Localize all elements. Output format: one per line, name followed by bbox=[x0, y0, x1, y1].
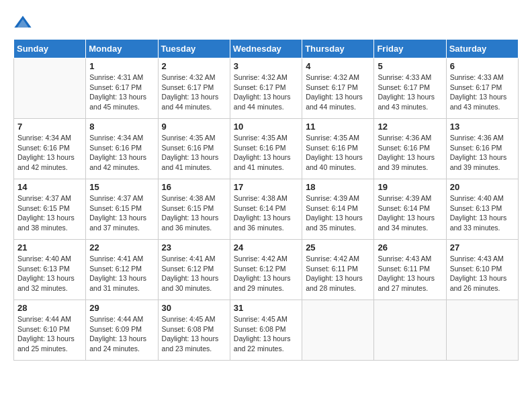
day-number: 6 bbox=[450, 61, 515, 71]
calendar-day-header: Wednesday bbox=[230, 40, 302, 58]
day-info: Sunrise: 4:32 AMSunset: 6:17 PMDaylight:… bbox=[234, 73, 298, 112]
calendar-cell: 2Sunrise: 4:32 AMSunset: 6:17 PMDaylight… bbox=[158, 58, 230, 119]
day-number: 5 bbox=[378, 61, 442, 71]
day-info: Sunrise: 4:43 AMSunset: 6:10 PMDaylight:… bbox=[450, 254, 515, 293]
calendar-cell: 7Sunrise: 4:34 AMSunset: 6:16 PMDaylight… bbox=[14, 119, 86, 179]
day-number: 4 bbox=[306, 61, 370, 71]
day-info: Sunrise: 4:41 AMSunset: 6:12 PMDaylight:… bbox=[89, 254, 154, 293]
day-number: 8 bbox=[89, 122, 154, 132]
day-info: Sunrise: 4:35 AMSunset: 6:16 PMDaylight:… bbox=[306, 133, 370, 173]
day-info: Sunrise: 4:37 AMSunset: 6:15 PMDaylight:… bbox=[89, 193, 154, 233]
day-info: Sunrise: 4:42 AMSunset: 6:11 PMDaylight:… bbox=[306, 254, 370, 293]
day-info: Sunrise: 4:33 AMSunset: 6:17 PMDaylight:… bbox=[378, 73, 442, 112]
calendar-week-row: 28Sunrise: 4:44 AMSunset: 6:10 PMDayligh… bbox=[14, 300, 519, 361]
day-info: Sunrise: 4:42 AMSunset: 6:12 PMDaylight:… bbox=[234, 254, 298, 293]
day-info: Sunrise: 4:36 AMSunset: 6:16 PMDaylight:… bbox=[450, 133, 515, 173]
day-number: 18 bbox=[306, 182, 370, 192]
day-number: 26 bbox=[378, 242, 442, 253]
day-number: 22 bbox=[89, 242, 154, 253]
calendar-cell: 27Sunrise: 4:43 AMSunset: 6:10 PMDayligh… bbox=[446, 240, 518, 300]
day-number: 2 bbox=[162, 61, 226, 71]
calendar-header-row: SundayMondayTuesdayWednesdayThursdayFrid… bbox=[14, 40, 519, 58]
day-number: 15 bbox=[89, 182, 154, 192]
day-number: 7 bbox=[17, 122, 82, 132]
day-info: Sunrise: 4:43 AMSunset: 6:11 PMDaylight:… bbox=[378, 254, 442, 293]
calendar-cell: 10Sunrise: 4:35 AMSunset: 6:16 PMDayligh… bbox=[230, 119, 302, 179]
day-info: Sunrise: 4:45 AMSunset: 6:08 PMDaylight:… bbox=[234, 314, 298, 354]
calendar-day-header: Saturday bbox=[446, 40, 518, 58]
day-info: Sunrise: 4:34 AMSunset: 6:16 PMDaylight:… bbox=[17, 133, 82, 173]
day-number: 9 bbox=[162, 122, 226, 132]
day-info: Sunrise: 4:35 AMSunset: 6:16 PMDaylight:… bbox=[162, 133, 226, 173]
day-info: Sunrise: 4:32 AMSunset: 6:17 PMDaylight:… bbox=[306, 73, 370, 112]
day-number: 29 bbox=[89, 303, 154, 313]
calendar-cell: 16Sunrise: 4:38 AMSunset: 6:15 PMDayligh… bbox=[158, 179, 230, 240]
day-number: 1 bbox=[89, 61, 154, 71]
logo-icon bbox=[13, 13, 32, 32]
calendar-cell: 1Sunrise: 4:31 AMSunset: 6:17 PMDaylight… bbox=[86, 58, 158, 119]
calendar-week-row: 7Sunrise: 4:34 AMSunset: 6:16 PMDaylight… bbox=[14, 119, 519, 179]
day-info: Sunrise: 4:39 AMSunset: 6:14 PMDaylight:… bbox=[306, 193, 370, 233]
page-header bbox=[13, 13, 519, 32]
day-info: Sunrise: 4:31 AMSunset: 6:17 PMDaylight:… bbox=[89, 73, 154, 112]
day-number: 12 bbox=[378, 122, 442, 132]
calendar-cell: 23Sunrise: 4:41 AMSunset: 6:12 PMDayligh… bbox=[158, 240, 230, 300]
day-info: Sunrise: 4:38 AMSunset: 6:14 PMDaylight:… bbox=[234, 193, 298, 233]
day-number: 25 bbox=[306, 242, 370, 253]
calendar-cell: 18Sunrise: 4:39 AMSunset: 6:14 PMDayligh… bbox=[302, 179, 374, 240]
day-number: 20 bbox=[450, 182, 515, 192]
calendar-cell: 11Sunrise: 4:35 AMSunset: 6:16 PMDayligh… bbox=[302, 119, 374, 179]
day-number: 11 bbox=[306, 122, 370, 132]
day-number: 13 bbox=[450, 122, 515, 132]
calendar-cell bbox=[374, 300, 446, 361]
calendar-day-header: Sunday bbox=[14, 40, 86, 58]
calendar-cell bbox=[446, 300, 518, 361]
day-info: Sunrise: 4:38 AMSunset: 6:15 PMDaylight:… bbox=[162, 193, 226, 233]
calendar-cell: 22Sunrise: 4:41 AMSunset: 6:12 PMDayligh… bbox=[86, 240, 158, 300]
day-number: 31 bbox=[234, 303, 298, 313]
calendar-cell: 8Sunrise: 4:34 AMSunset: 6:16 PMDaylight… bbox=[86, 119, 158, 179]
day-number: 16 bbox=[162, 182, 226, 192]
calendar-week-row: 1Sunrise: 4:31 AMSunset: 6:17 PMDaylight… bbox=[14, 58, 519, 119]
day-number: 10 bbox=[234, 122, 298, 132]
calendar-cell: 13Sunrise: 4:36 AMSunset: 6:16 PMDayligh… bbox=[446, 119, 518, 179]
day-info: Sunrise: 4:36 AMSunset: 6:16 PMDaylight:… bbox=[378, 133, 442, 173]
calendar-day-header: Thursday bbox=[302, 40, 374, 58]
calendar-cell: 5Sunrise: 4:33 AMSunset: 6:17 PMDaylight… bbox=[374, 58, 446, 119]
day-number: 3 bbox=[234, 61, 298, 71]
logo bbox=[13, 13, 35, 32]
day-number: 19 bbox=[378, 182, 442, 192]
calendar-cell: 4Sunrise: 4:32 AMSunset: 6:17 PMDaylight… bbox=[302, 58, 374, 119]
day-info: Sunrise: 4:40 AMSunset: 6:13 PMDaylight:… bbox=[17, 254, 82, 293]
calendar-cell: 20Sunrise: 4:40 AMSunset: 6:13 PMDayligh… bbox=[446, 179, 518, 240]
calendar-cell: 21Sunrise: 4:40 AMSunset: 6:13 PMDayligh… bbox=[14, 240, 86, 300]
calendar-day-header: Monday bbox=[86, 40, 158, 58]
calendar-cell: 9Sunrise: 4:35 AMSunset: 6:16 PMDaylight… bbox=[158, 119, 230, 179]
day-info: Sunrise: 4:44 AMSunset: 6:09 PMDaylight:… bbox=[89, 314, 154, 354]
calendar-day-header: Tuesday bbox=[158, 40, 230, 58]
calendar-cell: 29Sunrise: 4:44 AMSunset: 6:09 PMDayligh… bbox=[86, 300, 158, 361]
calendar-cell: 25Sunrise: 4:42 AMSunset: 6:11 PMDayligh… bbox=[302, 240, 374, 300]
calendar-cell: 14Sunrise: 4:37 AMSunset: 6:15 PMDayligh… bbox=[14, 179, 86, 240]
day-number: 27 bbox=[450, 242, 515, 253]
calendar-week-row: 14Sunrise: 4:37 AMSunset: 6:15 PMDayligh… bbox=[14, 179, 519, 240]
calendar-cell: 15Sunrise: 4:37 AMSunset: 6:15 PMDayligh… bbox=[86, 179, 158, 240]
day-info: Sunrise: 4:35 AMSunset: 6:16 PMDaylight:… bbox=[234, 133, 298, 173]
day-info: Sunrise: 4:32 AMSunset: 6:17 PMDaylight:… bbox=[162, 73, 226, 112]
calendar-cell: 24Sunrise: 4:42 AMSunset: 6:12 PMDayligh… bbox=[230, 240, 302, 300]
day-info: Sunrise: 4:44 AMSunset: 6:10 PMDaylight:… bbox=[17, 314, 82, 354]
day-number: 23 bbox=[162, 242, 226, 253]
day-info: Sunrise: 4:40 AMSunset: 6:13 PMDaylight:… bbox=[450, 193, 515, 233]
calendar-cell: 12Sunrise: 4:36 AMSunset: 6:16 PMDayligh… bbox=[374, 119, 446, 179]
day-info: Sunrise: 4:37 AMSunset: 6:15 PMDaylight:… bbox=[17, 193, 82, 233]
day-info: Sunrise: 4:34 AMSunset: 6:16 PMDaylight:… bbox=[89, 133, 154, 173]
day-number: 28 bbox=[17, 303, 82, 313]
calendar-cell: 26Sunrise: 4:43 AMSunset: 6:11 PMDayligh… bbox=[374, 240, 446, 300]
day-info: Sunrise: 4:41 AMSunset: 6:12 PMDaylight:… bbox=[162, 254, 226, 293]
calendar-week-row: 21Sunrise: 4:40 AMSunset: 6:13 PMDayligh… bbox=[14, 240, 519, 300]
calendar-cell: 17Sunrise: 4:38 AMSunset: 6:14 PMDayligh… bbox=[230, 179, 302, 240]
day-number: 14 bbox=[17, 182, 82, 192]
calendar-cell bbox=[302, 300, 374, 361]
day-info: Sunrise: 4:45 AMSunset: 6:08 PMDaylight:… bbox=[162, 314, 226, 354]
calendar-cell: 19Sunrise: 4:39 AMSunset: 6:14 PMDayligh… bbox=[374, 179, 446, 240]
